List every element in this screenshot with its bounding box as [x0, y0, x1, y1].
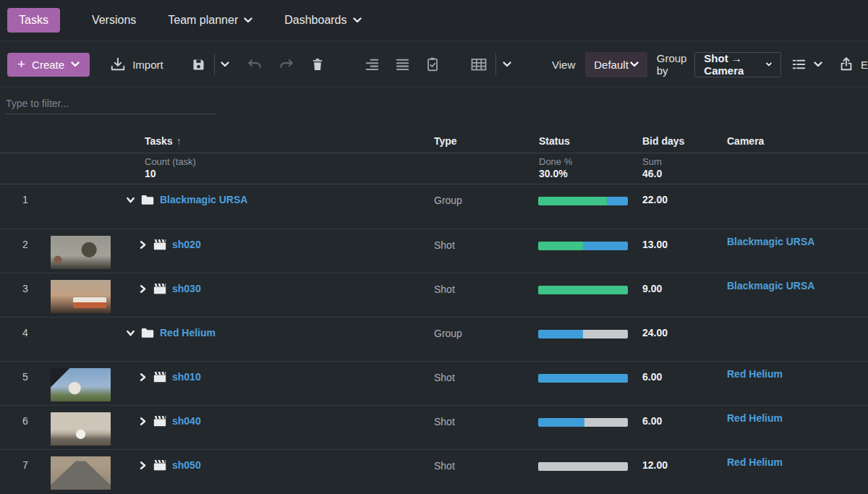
nav-tab-tasks[interactable]: Tasks — [7, 8, 60, 33]
status-progress-bar — [538, 462, 628, 471]
shot-link[interactable]: sh050 — [172, 459, 201, 471]
camera-link[interactable]: Red Helium — [727, 456, 783, 468]
group-by-label: Group by — [657, 52, 688, 77]
progress-segment-blue — [538, 330, 583, 338]
shot-thumbnail[interactable] — [51, 456, 111, 490]
save-options-button[interactable] — [221, 61, 229, 67]
task-checklist-button[interactable] — [425, 56, 441, 72]
shot-thumbnail[interactable] — [51, 236, 111, 269]
table-row[interactable]: 5sh010Shot6.00Red Helium — [0, 361, 868, 405]
column-header-status[interactable]: Status — [539, 135, 570, 147]
chevron-right-icon[interactable] — [138, 461, 148, 470]
view-select[interactable]: Default — [585, 52, 647, 77]
status-progress-bar — [538, 242, 628, 250]
shot-link[interactable]: sh040 — [172, 415, 201, 427]
camera-link[interactable]: Red Helium — [727, 412, 783, 424]
delete-button[interactable] — [310, 57, 325, 72]
chevron-right-icon[interactable] — [138, 284, 148, 294]
group-link[interactable]: Blackmagic URSA — [160, 194, 247, 205]
group-by-select[interactable]: Shot → Camera — [694, 52, 781, 77]
redo-button[interactable] — [278, 56, 294, 73]
shot-thumbnail[interactable] — [51, 368, 111, 401]
task-name-cell: sh010 — [138, 370, 201, 383]
group-by-select-value: Shot → Camera — [704, 52, 757, 77]
row-number: 3 — [0, 283, 51, 294]
group-link[interactable]: Red Helium — [160, 327, 216, 338]
filter-input[interactable] — [6, 93, 217, 114]
layout-options-button[interactable] — [503, 61, 511, 67]
import-icon — [110, 56, 126, 72]
folder-icon — [140, 193, 155, 206]
nav-tab-team-planner[interactable]: Team planner — [168, 8, 252, 33]
shot-link[interactable]: sh010 — [172, 371, 201, 383]
summary-done-value: 30.0% — [539, 168, 568, 179]
table-row[interactable]: 2sh020Shot13.00Blackmagic URSA — [0, 229, 868, 273]
status-progress-bar — [538, 197, 628, 205]
column-header-tasks-label: Tasks — [145, 135, 173, 147]
bid-days-value: 12.00 — [642, 459, 668, 471]
save-icon — [191, 57, 206, 72]
undo-button[interactable] — [247, 56, 263, 73]
column-header-camera[interactable]: Camera — [727, 135, 764, 147]
progress-segment-blue — [538, 374, 628, 383]
progress-segment-green — [538, 242, 583, 250]
list-view-button[interactable] — [791, 56, 822, 73]
chevron-down-icon — [630, 61, 639, 67]
chevron-right-icon[interactable] — [138, 417, 148, 426]
import-button[interactable]: Import — [110, 56, 163, 72]
shot-link[interactable]: sh020 — [172, 239, 201, 250]
column-header-bid-days[interactable]: Bid days — [642, 135, 684, 147]
chevron-down-icon — [71, 61, 80, 67]
progress-segment-blue — [538, 418, 584, 427]
chevron-down-icon[interactable] — [126, 195, 135, 205]
toolbar: + Create Import View Default Gr — [0, 41, 868, 88]
plus-icon: + — [17, 59, 25, 69]
create-button[interactable]: + Create — [7, 53, 90, 77]
nav-tab-versions[interactable]: Versions — [92, 8, 136, 33]
chevron-right-icon[interactable] — [138, 240, 148, 250]
table-row[interactable]: 6sh040Shot6.00Red Helium — [0, 405, 868, 449]
table-header: Tasks↑ Type Status Bid days Camera — [0, 119, 868, 153]
task-name-cell: sh040 — [138, 414, 201, 427]
summary-row: Count (task) 10 Done % 30.0% Sum 46.0 — [0, 153, 868, 184]
shot-thumbnail[interactable] — [51, 412, 111, 446]
row-type: Group — [434, 328, 462, 339]
shot-link[interactable]: sh030 — [172, 283, 201, 294]
layout-grid-button[interactable] — [469, 56, 488, 73]
progress-segment-gray — [538, 462, 628, 471]
table-row[interactable]: 7sh050Shot12.00Red Helium — [0, 449, 868, 493]
table-row[interactable]: 1Blackmagic URSAGroup22.00 — [0, 184, 868, 229]
export-icon — [838, 56, 854, 72]
nav-tab-versions-label: Versions — [92, 14, 136, 27]
nav-tab-dashboards[interactable]: Dashboards — [284, 8, 361, 33]
progress-segment-green — [538, 286, 628, 294]
save-button[interactable] — [191, 57, 206, 72]
indent-button[interactable] — [364, 56, 380, 73]
row-number: 1 — [0, 194, 51, 205]
table-row[interactable]: 3sh030Shot9.00Blackmagic URSA — [0, 273, 868, 317]
summary-sum-value: 46.0 — [642, 168, 662, 179]
row-type: Shot — [434, 372, 455, 383]
task-name-cell: Blackmagic URSA — [126, 193, 247, 206]
camera-link[interactable]: Red Helium — [727, 368, 783, 380]
camera-link[interactable]: Blackmagic URSA — [727, 280, 814, 291]
status-progress-bar — [538, 330, 628, 338]
progress-segment-gray — [584, 418, 628, 427]
camera-link[interactable]: Blackmagic URSA — [727, 236, 814, 247]
bid-days-value: 6.00 — [642, 415, 662, 427]
task-name-cell: sh050 — [138, 459, 201, 472]
export-button[interactable]: E — [838, 56, 868, 72]
view-select-value: Default — [594, 59, 629, 71]
chevron-down-icon[interactable] — [126, 328, 135, 338]
shot-thumbnail[interactable] — [51, 280, 111, 313]
row-height-button[interactable] — [394, 56, 411, 73]
chevron-down-icon — [766, 61, 772, 67]
row-type: Shot — [434, 239, 455, 251]
column-header-tasks[interactable]: Tasks↑ — [145, 135, 182, 147]
chevron-down-icon — [353, 17, 362, 23]
row-number: 6 — [0, 415, 51, 427]
nav-tab-team-planner-label: Team planner — [168, 14, 238, 27]
table-row[interactable]: 4Red HeliumGroup24.00 — [0, 317, 868, 361]
chevron-right-icon[interactable] — [138, 372, 148, 382]
column-header-type[interactable]: Type — [434, 135, 457, 147]
